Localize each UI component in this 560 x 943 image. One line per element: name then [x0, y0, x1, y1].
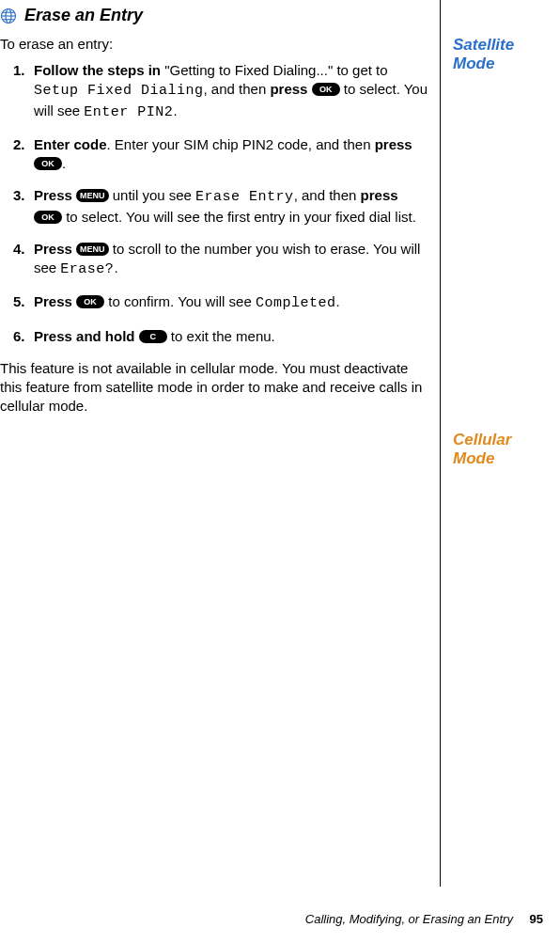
- steps-list: 1. Follow the steps in "Getting to Fixed…: [0, 61, 428, 346]
- step-lead: Enter code: [34, 136, 107, 152]
- step-text: . Enter your SIM chip PIN2 code, and the…: [107, 136, 375, 152]
- section-heading: Erase an Entry: [0, 6, 143, 25]
- step-body: Press MENU until you see Erase Entry, an…: [34, 186, 428, 227]
- step-text: to exit the menu.: [167, 328, 275, 344]
- step-body: Press OK to confirm. You will see Comple…: [34, 292, 428, 313]
- ok-key-icon: OK: [34, 211, 62, 224]
- step-text: .: [114, 259, 117, 275]
- step-text: "Getting to Fixed Dialing..." to get to: [161, 62, 388, 78]
- step-body: Follow the steps in "Getting to Fixed Di…: [34, 61, 428, 122]
- step-number: 5.: [0, 292, 34, 313]
- sidebar-cellular-mode: Cellular Mode: [453, 431, 547, 469]
- step-number: 3.: [0, 186, 34, 227]
- ok-key-icon: OK: [312, 83, 340, 96]
- step-item: 4. Press MENU to scroll to the number yo…: [0, 240, 428, 280]
- step-item: 5. Press OK to confirm. You will see Com…: [0, 292, 428, 313]
- step-body: Enter code. Enter your SIM chip PIN2 cod…: [34, 135, 428, 174]
- step-number: 6.: [0, 327, 34, 346]
- step-number: 2.: [0, 135, 34, 174]
- lcd-text: Enter PIN2: [84, 104, 173, 120]
- step-bold: press: [361, 187, 398, 203]
- step-lead: Follow the steps in: [34, 62, 161, 78]
- page-number: 95: [530, 912, 543, 926]
- footer-text: Calling, Modifying, or Erasing an Entry: [305, 912, 513, 926]
- step-body: Press and hold C to exit the menu.: [34, 327, 428, 346]
- step-text: , and then: [294, 187, 361, 203]
- step-bold: press: [375, 136, 412, 152]
- page-footer: Calling, Modifying, or Erasing an Entry …: [305, 912, 543, 926]
- step-number: 1.: [0, 61, 34, 122]
- lcd-text: Erase Entry: [195, 189, 294, 205]
- step-text: .: [173, 102, 177, 118]
- menu-key-icon: MENU: [76, 243, 109, 256]
- step-text: .: [335, 293, 339, 309]
- step-number: 4.: [0, 240, 34, 280]
- cellular-note: This feature is not available in cellula…: [0, 359, 428, 416]
- ok-key-icon: OK: [34, 157, 62, 170]
- step-bold: press: [270, 81, 307, 97]
- step-lead: Press: [34, 241, 72, 257]
- menu-key-icon: MENU: [76, 189, 109, 202]
- step-lead: Press: [34, 293, 72, 309]
- step-item: 6. Press and hold C to exit the menu.: [0, 327, 428, 346]
- ok-key-icon: OK: [76, 295, 104, 308]
- sidebar-satellite-mode: Satellite Mode: [453, 36, 547, 74]
- step-item: 1. Follow the steps in "Getting to Fixed…: [0, 61, 428, 122]
- step-text: .: [62, 155, 66, 171]
- lcd-text: Erase?: [60, 261, 114, 277]
- globe-icon: [0, 8, 17, 24]
- step-text: until you see: [109, 187, 196, 203]
- step-text: to select. You will see the first entry …: [62, 209, 416, 225]
- intro-text: To erase an entry:: [0, 36, 428, 52]
- section-title: Erase an Entry: [24, 6, 143, 25]
- step-item: 3. Press MENU until you see Erase Entry,…: [0, 186, 428, 227]
- step-text: , and then: [204, 81, 271, 97]
- step-item: 2. Enter code. Enter your SIM chip PIN2 …: [0, 135, 428, 174]
- vertical-rule: [440, 0, 441, 887]
- step-body: Press MENU to scroll to the number you w…: [34, 240, 428, 280]
- lcd-text: Setup Fixed Dialing: [34, 83, 204, 99]
- step-text: to confirm. You will see: [104, 293, 256, 309]
- step-lead: Press and hold: [34, 328, 135, 344]
- step-lead: Press: [34, 187, 72, 203]
- c-key-icon: C: [139, 330, 167, 343]
- lcd-text: Completed: [256, 295, 336, 311]
